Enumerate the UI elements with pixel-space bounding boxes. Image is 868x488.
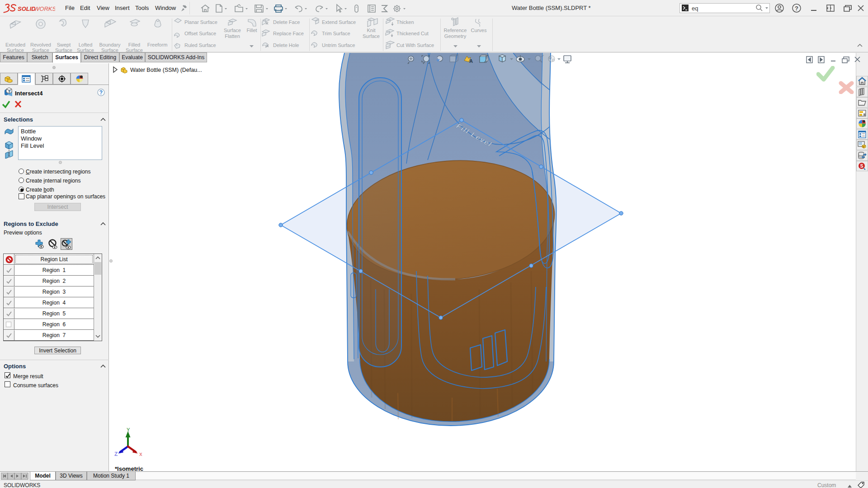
svg-text:?: ?: [795, 5, 798, 12]
svg-text:WORKS: WORKS: [34, 5, 55, 12]
svg-text:Fillet: Fillet: [246, 28, 257, 33]
svg-text:Planar Surface: Planar Surface: [184, 19, 217, 25]
svg-text:Boundary: Boundary: [99, 42, 121, 47]
svg-text:Thicken: Thicken: [396, 19, 414, 25]
svg-text:Curves: Curves: [471, 28, 487, 33]
svg-text:Z: Z: [114, 451, 118, 457]
svg-text:Flatten: Flatten: [225, 33, 240, 39]
svg-text:Surface: Surface: [363, 33, 380, 39]
svg-text:Geometry: Geometry: [444, 33, 467, 39]
svg-text:SOLID: SOLID: [18, 5, 36, 12]
svg-text:Revolved: Revolved: [30, 42, 51, 47]
svg-text:S: S: [860, 164, 863, 169]
svg-text:Trim Surface: Trim Surface: [322, 31, 350, 36]
svg-text:Offset Surface: Offset Surface: [184, 31, 216, 36]
svg-text:Ruled Surface: Ruled Surface: [184, 42, 216, 48]
svg-text:Surface: Surface: [224, 28, 241, 33]
svg-text:Swept: Swept: [57, 42, 71, 47]
svg-text:?: ?: [99, 89, 103, 96]
svg-text:Freeform: Freeform: [147, 42, 168, 47]
svg-text:Delete Face: Delete Face: [273, 19, 300, 25]
svg-text:Lofted: Lofted: [79, 42, 93, 47]
svg-text:Knit: Knit: [367, 28, 376, 33]
svg-text:Cut With Surface: Cut With Surface: [396, 42, 434, 48]
svg-text:x: x: [139, 451, 142, 457]
svg-text:Thickened Cut: Thickened Cut: [396, 31, 429, 36]
svg-text:Replace Face: Replace Face: [273, 31, 304, 36]
svg-text:Y: Y: [127, 427, 130, 432]
svg-text:Filled: Filled: [128, 42, 140, 47]
svg-text:Untrim Surface: Untrim Surface: [322, 42, 355, 48]
svg-text:Extruded: Extruded: [5, 42, 25, 47]
svg-text:Delete Hole: Delete Hole: [273, 42, 299, 48]
svg-text:Extend Surface: Extend Surface: [322, 19, 356, 25]
svg-text:Reference: Reference: [444, 28, 467, 33]
